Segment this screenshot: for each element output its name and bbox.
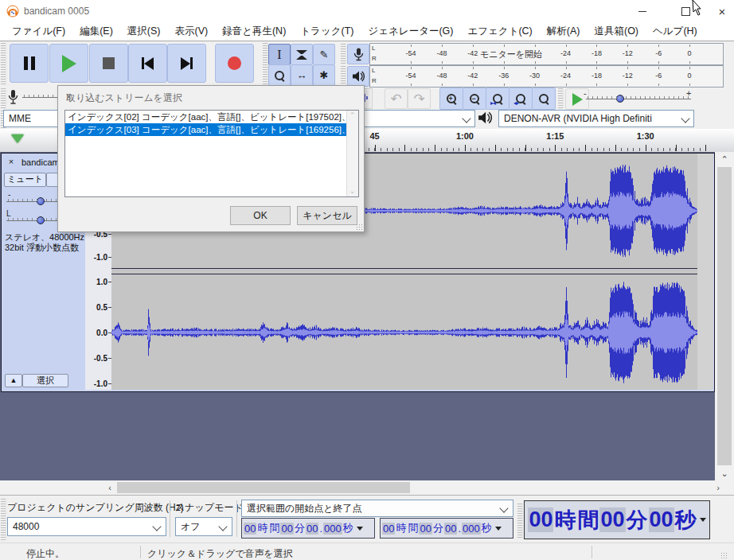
tools-grabber[interactable] bbox=[263, 43, 268, 86]
record-meter-grabber[interactable] bbox=[341, 44, 346, 64]
horizontal-scrollbar[interactable]: ‹ › bbox=[0, 480, 734, 495]
project-rate-label: プロジェクトのサンプリング周波数 (Hz) bbox=[7, 501, 184, 515]
draw-tool-button[interactable]: ✎ bbox=[313, 44, 335, 65]
output-speaker-icon bbox=[478, 111, 492, 124]
list-scroll-up-icon[interactable]: ⌃ bbox=[349, 112, 356, 119]
magnifier-icon bbox=[274, 70, 285, 81]
record-meter-mic-button[interactable] bbox=[347, 44, 369, 64]
project-rate-combo[interactable]: 48000 bbox=[7, 517, 166, 536]
time-format-dropdown-icon[interactable] bbox=[357, 527, 363, 531]
scale-label: -1.0 bbox=[94, 379, 107, 388]
play-button[interactable] bbox=[49, 44, 88, 83]
meter-scale-label: -18 bbox=[591, 72, 602, 80]
skip-to-start-button[interactable] bbox=[128, 44, 167, 83]
meter-scale-label: -30 bbox=[529, 72, 540, 80]
audio-position-display[interactable]: 00時間00分00秒 bbox=[524, 500, 710, 539]
play-speed-slider[interactable] bbox=[586, 92, 691, 105]
selection-start-time[interactable]: 00時間00分00.000秒 bbox=[241, 518, 375, 539]
zoom-fit-button[interactable]: ◂▸ bbox=[509, 88, 533, 110]
beyond-audio-region bbox=[697, 154, 713, 390]
meter-scale-label: -42 bbox=[467, 72, 478, 80]
record-volume-slider[interactable] bbox=[22, 91, 59, 103]
zoom-toggle-button[interactable] bbox=[532, 88, 556, 110]
selection-end-time[interactable]: 00時間00分00.000秒 bbox=[380, 518, 513, 539]
skip-to-end-button[interactable] bbox=[167, 44, 206, 83]
selection-tool-button[interactable]: I bbox=[268, 44, 291, 65]
mixer-grabber[interactable] bbox=[1, 88, 6, 108]
menu-item-6[interactable]: ジェネレーター(G) bbox=[361, 22, 460, 41]
menu-item-9[interactable]: 道具箱(O) bbox=[587, 22, 646, 41]
vertical-scrollbar[interactable]: ⌃ ⌄ bbox=[715, 152, 734, 480]
dialog-title-bar[interactable]: 取り込むストリームを選択 × bbox=[58, 86, 364, 108]
stop-icon bbox=[103, 57, 115, 69]
redo-icon: ↷ bbox=[413, 92, 424, 106]
cancel-button[interactable]: キャンセル bbox=[297, 206, 357, 225]
time-format-dropdown-icon[interactable] bbox=[495, 527, 502, 531]
list-scroll-down-icon[interactable]: ⌄ bbox=[349, 188, 356, 195]
zoom-in-button[interactable]: + bbox=[439, 88, 463, 110]
dialog-resize-grip[interactable] bbox=[356, 224, 362, 230]
track-close-icon[interactable]: × bbox=[5, 156, 18, 169]
zoom-out-icon: − bbox=[469, 93, 480, 104]
menu-item-3[interactable]: 表示(V) bbox=[167, 22, 215, 41]
record-button[interactable] bbox=[215, 44, 254, 83]
redo-button[interactable]: ↷ bbox=[408, 88, 431, 109]
ok-button[interactable]: OK bbox=[230, 206, 291, 225]
stream-list[interactable]: インデックス[02] コーデック[aac]、言語[]、ビットレート[197502… bbox=[64, 110, 359, 197]
menu-item-10[interactable]: ヘルプ(H) bbox=[646, 22, 705, 41]
resize-grip[interactable] bbox=[720, 552, 728, 559]
play-meter-speaker-button[interactable] bbox=[347, 66, 369, 87]
menu-item-5[interactable]: トラック(T) bbox=[293, 22, 361, 41]
record-icon bbox=[228, 56, 241, 70]
scroll-down-icon[interactable]: ⌄ bbox=[715, 466, 734, 480]
start-monitoring-label[interactable]: モニターを開始 bbox=[478, 49, 545, 60]
dialog-close-icon[interactable]: × bbox=[66, 91, 357, 103]
stream-list-scrollbar[interactable]: ⌃ ⌄ bbox=[346, 111, 358, 196]
recording-meter[interactable]: LR-54-48-42-36-30-24-18-12-60モニターを開始 bbox=[369, 43, 724, 65]
close-button[interactable]: × bbox=[704, 0, 734, 22]
zoom-out-button[interactable]: − bbox=[463, 88, 486, 110]
play-meter-grabber[interactable] bbox=[341, 66, 346, 86]
timeline-label: 45 bbox=[369, 131, 379, 141]
menu-item-4[interactable]: 録音と再生(N) bbox=[215, 22, 293, 41]
vertical-scroll-thumb[interactable] bbox=[717, 167, 732, 465]
minimize-button[interactable] bbox=[624, 0, 661, 22]
timeline-pin-icon[interactable] bbox=[11, 134, 24, 143]
menu-item-8[interactable]: 解析(A) bbox=[540, 22, 588, 41]
zoom-fit-icon: ◂▸ bbox=[515, 93, 526, 104]
timeline-label: 1:30 bbox=[637, 131, 654, 141]
selection-range-mode-combo[interactable]: 選択範囲の開始点と終了点 bbox=[241, 500, 513, 517]
play-at-speed-grabber[interactable] bbox=[558, 88, 564, 108]
mute-button[interactable]: ミュート bbox=[4, 173, 46, 187]
playback-meter[interactable]: LR-54-48-42-36-30-24-18-12-60 bbox=[369, 65, 724, 88]
collapse-track-button[interactable]: ▲ bbox=[5, 374, 22, 387]
gain-slider[interactable] bbox=[6, 195, 57, 208]
zoom-selection-button[interactable]: ▸◂ bbox=[486, 88, 510, 110]
scroll-left-icon[interactable]: ‹ bbox=[103, 480, 116, 495]
snap-combo[interactable]: オフ bbox=[175, 517, 232, 536]
envelope-tool-button[interactable] bbox=[291, 44, 313, 65]
zoom-tool-button[interactable] bbox=[268, 64, 291, 86]
time-shift-tool-button[interactable]: ↔ bbox=[291, 64, 313, 86]
pause-button[interactable] bbox=[10, 44, 49, 83]
stream-item-0[interactable]: インデックス[02] コーデック[aac]、言語[]、ビットレート[197502… bbox=[65, 111, 358, 123]
stream-item-1[interactable]: インデックス[03] コーデック[aac]、言語[]、ビットレート[169256… bbox=[65, 123, 358, 136]
time-display-grabber[interactable] bbox=[517, 504, 523, 539]
stop-button[interactable] bbox=[89, 44, 128, 83]
horizontal-scroll-thumb[interactable] bbox=[117, 482, 410, 493]
pan-slider[interactable] bbox=[6, 214, 57, 227]
mouse-cursor bbox=[689, 0, 702, 16]
time-format-dropdown-icon[interactable] bbox=[700, 518, 706, 522]
playback-device-combo[interactable]: DENON-AVR (NVIDIA High Definiti bbox=[498, 110, 694, 127]
menu-item-7[interactable]: エフェクト(C) bbox=[460, 22, 539, 41]
transport-grabber[interactable] bbox=[1, 43, 6, 86]
menu-item-0[interactable]: ファイル(F) bbox=[5, 22, 72, 41]
scroll-right-icon[interactable]: › bbox=[712, 480, 724, 495]
scroll-up-icon[interactable]: ⌃ bbox=[715, 152, 734, 166]
menu-item-2[interactable]: 選択(S) bbox=[120, 22, 168, 41]
selection-toolbar-grabber[interactable] bbox=[1, 499, 6, 540]
track-select-button[interactable]: 選択 bbox=[22, 374, 68, 387]
undo-button[interactable]: ↶ bbox=[385, 88, 408, 109]
menu-item-1[interactable]: 編集(E) bbox=[72, 22, 120, 41]
multi-tool-button[interactable]: ✱ bbox=[313, 64, 335, 86]
